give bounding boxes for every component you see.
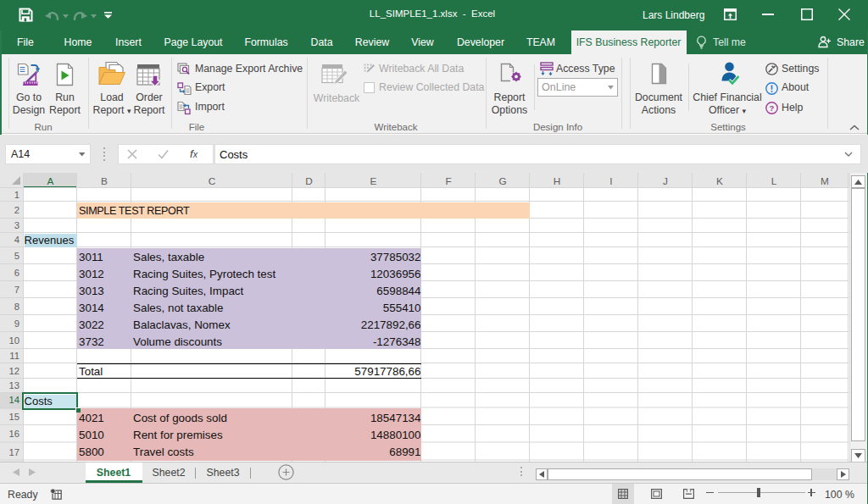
svg-text:?: ? <box>770 103 775 113</box>
